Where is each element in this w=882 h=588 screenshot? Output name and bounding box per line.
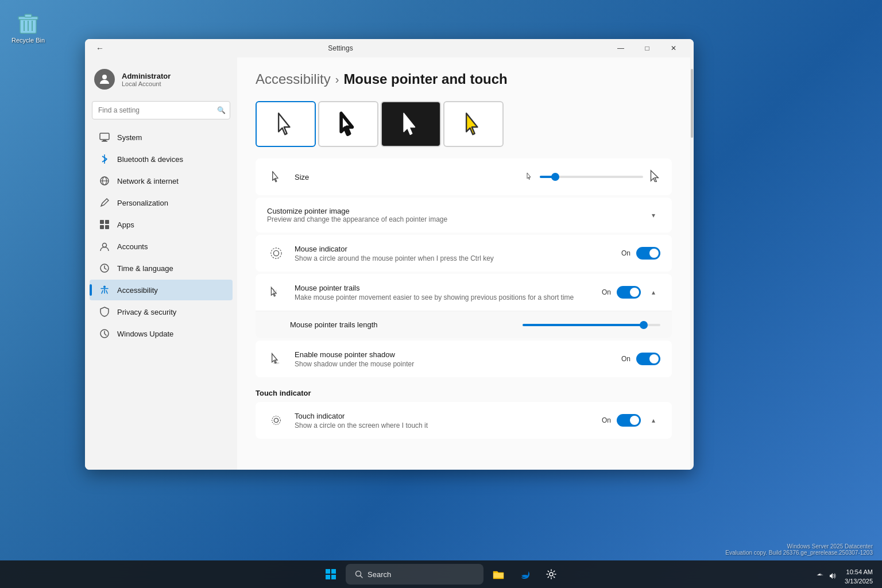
recycle-bin-icon[interactable]: Recycle Bin xyxy=(11,11,45,44)
close-button[interactable]: ✕ xyxy=(660,39,687,57)
tray-volume-icon[interactable] xyxy=(827,571,838,583)
accessibility-label: Accessibility xyxy=(117,286,158,295)
mouse-shadow-toggle[interactable] xyxy=(636,353,660,365)
scrollbar-thumb[interactable] xyxy=(691,69,693,138)
mouse-indicator-desc: Show a circle around the mouse pointer w… xyxy=(295,254,612,262)
touch-indicator-section: Touch indicator Show a circle on the scr… xyxy=(256,402,672,439)
sidebar-item-bluetooth[interactable]: Bluetooth & devices xyxy=(90,149,233,169)
settings-button[interactable] xyxy=(540,563,563,586)
sidebar-search[interactable]: 🔍 xyxy=(92,101,230,119)
accessibility-icon xyxy=(99,284,110,296)
privacy-label: Privacy & security xyxy=(117,308,176,316)
svg-point-24 xyxy=(274,418,278,422)
taskbar: Search xyxy=(0,560,882,588)
sidebar-item-apps[interactable]: Apps xyxy=(90,214,233,235)
search-input[interactable] xyxy=(92,101,230,119)
customize-pointer-row[interactable]: Customize pointer image Preview and chan… xyxy=(256,198,672,233)
sidebar-item-network[interactable]: Network & internet xyxy=(90,171,233,191)
touch-indicator-toggle[interactable] xyxy=(617,414,641,427)
mouse-trails-expand[interactable]: ▴ xyxy=(647,285,660,299)
sidebar-item-windows-update[interactable]: Windows Update xyxy=(90,323,233,344)
trails-length-title: Mouse pointer trails length xyxy=(290,320,513,329)
mouse-indicator-text: Mouse indicator Show a circle around the… xyxy=(295,245,612,262)
svg-rect-27 xyxy=(331,569,336,574)
mouse-shadow-text: Enable mouse pointer shadow Show shadow … xyxy=(295,350,612,368)
touch-indicator-expand[interactable]: ▴ xyxy=(647,413,660,427)
user-info: Administrator Local Account xyxy=(122,72,171,87)
mouse-indicator-toggle[interactable] xyxy=(636,247,660,260)
mouse-trails-toggle[interactable] xyxy=(617,286,641,299)
mouse-trails-text: Mouse pointer trails Make mouse pointer … xyxy=(295,284,593,301)
pointer-option-white[interactable] xyxy=(256,101,316,147)
svg-rect-14 xyxy=(105,220,109,224)
svg-point-21 xyxy=(273,250,278,256)
svg-point-32 xyxy=(522,575,528,577)
personalization-icon xyxy=(99,197,110,208)
time-icon xyxy=(99,262,110,274)
tray-time-display[interactable]: 10:54 AM 3/13/2025 xyxy=(845,568,873,586)
start-button[interactable] xyxy=(319,563,342,586)
mouse-indicator-row: Mouse indicator Show a circle around the… xyxy=(256,235,672,272)
size-text: Size xyxy=(295,173,517,181)
network-label: Network & internet xyxy=(117,177,179,185)
windows-update-label: Windows Update xyxy=(117,330,173,338)
touch-indicator-desc: Show a circle on the screen where I touc… xyxy=(295,421,593,430)
sidebar-item-accounts[interactable]: Accounts xyxy=(90,236,233,257)
sidebar-item-accessibility[interactable]: Accessibility xyxy=(90,280,233,300)
svg-rect-29 xyxy=(331,575,336,579)
mouse-shadow-state: On xyxy=(621,355,630,363)
taskbar-search[interactable]: Search xyxy=(346,564,483,585)
customize-pointer-text: Customize pointer image Preview and chan… xyxy=(267,207,637,223)
window-body: Administrator Local Account 🔍 Sy xyxy=(85,57,694,470)
network-icon xyxy=(99,175,110,187)
customize-pointer-expand[interactable]: ▾ xyxy=(647,208,660,222)
mouse-shadow-section: Enable mouse pointer shadow Show shadow … xyxy=(256,341,672,377)
personalization-label: Personalization xyxy=(117,199,168,207)
taskbar-search-label: Search xyxy=(368,570,391,579)
svg-rect-15 xyxy=(100,225,104,229)
sidebar-item-time[interactable]: Time & language xyxy=(90,258,233,278)
watermark-line2: Evaluation copy. Build 26376.ge_prerelea… xyxy=(725,550,873,556)
trails-slider-thumb[interactable] xyxy=(640,321,648,329)
apps-icon xyxy=(99,219,110,230)
tray-network-icon[interactable] xyxy=(815,571,825,583)
svg-point-23 xyxy=(273,362,280,365)
mouse-trails-section: Mouse pointer trails Make mouse pointer … xyxy=(256,274,672,338)
pointer-option-black-box[interactable] xyxy=(381,101,441,147)
sidebar-item-system[interactable]: System xyxy=(90,127,233,148)
mouse-trails-icon xyxy=(267,283,285,301)
watermark-line1: Windows Server 2025 Datacenter xyxy=(725,543,873,550)
svg-rect-7 xyxy=(100,133,109,140)
slider-thumb[interactable] xyxy=(551,173,559,181)
mouse-indicator-section: Mouse indicator Show a circle around the… xyxy=(256,235,672,272)
trails-length-text: Mouse pointer trails length xyxy=(290,320,513,329)
maximize-button[interactable]: □ xyxy=(634,39,660,57)
svg-rect-16 xyxy=(105,225,109,229)
privacy-icon xyxy=(99,306,110,318)
trails-slider[interactable] xyxy=(523,324,660,326)
title-bar: ← Settings — □ ✕ xyxy=(85,39,694,57)
sidebar-item-privacy[interactable]: Privacy & security xyxy=(90,301,233,322)
scrollbar-track xyxy=(690,57,694,470)
sidebar-item-personalization[interactable]: Personalization xyxy=(90,192,233,213)
mouse-shadow-row: Enable mouse pointer shadow Show shadow … xyxy=(256,341,672,377)
mouse-trails-toggle-group: On ▴ xyxy=(602,285,660,299)
trails-slider-fill xyxy=(523,324,644,326)
pointer-option-black-outline[interactable] xyxy=(318,101,378,147)
breadcrumb-parent[interactable]: Accessibility xyxy=(256,71,331,87)
customize-pointer-desc: Preview and change the appearance of eac… xyxy=(267,215,637,223)
size-icon xyxy=(267,168,285,186)
edge-browser-button[interactable] xyxy=(513,563,536,586)
svg-rect-28 xyxy=(326,575,330,579)
minimize-button[interactable]: — xyxy=(608,39,634,57)
system-tray: 10:54 AM 3/13/2025 xyxy=(815,568,873,586)
size-slider[interactable] xyxy=(540,176,643,178)
mouse-shadow-icon xyxy=(267,350,285,368)
trails-slider-container xyxy=(523,324,660,326)
time-label: Time & language xyxy=(117,264,173,273)
mouse-trails-state: On xyxy=(602,288,611,296)
bluetooth-icon xyxy=(99,153,110,165)
pointer-option-yellow[interactable] xyxy=(443,101,504,147)
size-title: Size xyxy=(295,173,517,181)
file-explorer-button[interactable] xyxy=(487,563,510,586)
